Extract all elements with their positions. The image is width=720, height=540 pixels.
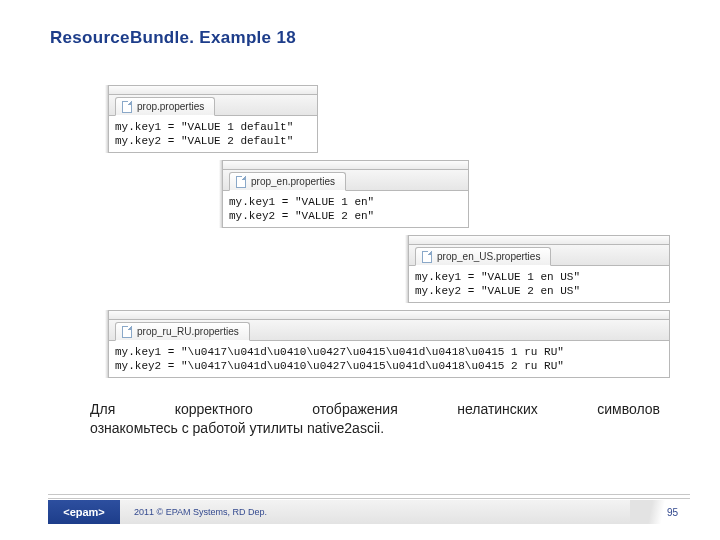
- page-number: 95: [667, 500, 678, 524]
- slide: ResourceBundle. Example 18 prop.properti…: [0, 0, 720, 540]
- file-icon: [122, 326, 132, 338]
- tab-row: prop.properties: [108, 94, 318, 116]
- file-icon: [236, 176, 246, 188]
- page-title: ResourceBundle. Example 18: [50, 28, 296, 48]
- tab-prop-en[interactable]: prop_en.properties: [229, 172, 346, 191]
- window-top-strip: [108, 85, 318, 94]
- tab-row: prop_en.properties: [222, 169, 469, 191]
- slide-note: Для корректного отображения нелатинских …: [90, 400, 660, 438]
- tab-prop-ru-ru[interactable]: prop_ru_RU.properties: [115, 322, 250, 341]
- code-line: my.key1 = "\u0417\u041d\u0410\u0427\u041…: [115, 346, 564, 358]
- code-line: my.key1 = "VALUE 1 default": [115, 121, 293, 133]
- editor-window-prop-en-us: prop_en_US.properties my.key1 = "VALUE 1…: [408, 235, 670, 303]
- tab-prop-en-us[interactable]: prop_en_US.properties: [415, 247, 551, 266]
- slide-footer: <epam> 2011 © EPAM Systems, RD Dep. 95: [0, 494, 720, 526]
- footer-rule: [48, 494, 690, 495]
- code-line: my.key1 = "VALUE 1 en US": [415, 271, 580, 283]
- editor-window-prop-ru-ru: prop_ru_RU.properties my.key1 = "\u0417\…: [108, 310, 670, 378]
- editor-window-prop: prop.properties my.key1 = "VALUE 1 defau…: [108, 85, 318, 153]
- code-line: my.key1 = "VALUE 1 en": [229, 196, 374, 208]
- epam-logo: <epam>: [48, 500, 120, 524]
- tab-label: prop_ru_RU.properties: [137, 326, 239, 337]
- footer-rule: [48, 498, 690, 499]
- note-line: Для корректного отображения нелатинских …: [90, 400, 660, 419]
- footer-bar-angle: [630, 500, 690, 524]
- code-area: my.key1 = "\u0417\u041d\u0410\u0427\u041…: [108, 341, 670, 378]
- code-area: my.key1 = "VALUE 1 en" my.key2 = "VALUE …: [222, 191, 469, 228]
- window-top-strip: [222, 160, 469, 169]
- tab-prop[interactable]: prop.properties: [115, 97, 215, 116]
- code-area: my.key1 = "VALUE 1 en US" my.key2 = "VAL…: [408, 266, 670, 303]
- editor-window-prop-en: prop_en.properties my.key1 = "VALUE 1 en…: [222, 160, 469, 228]
- code-line: my.key2 = "VALUE 2 default": [115, 135, 293, 147]
- tab-label: prop_en_US.properties: [437, 251, 540, 262]
- code-area: my.key1 = "VALUE 1 default" my.key2 = "V…: [108, 116, 318, 153]
- tab-label: prop_en.properties: [251, 176, 335, 187]
- copyright: 2011 © EPAM Systems, RD Dep.: [134, 500, 267, 524]
- tab-label: prop.properties: [137, 101, 204, 112]
- window-top-strip: [108, 310, 670, 319]
- tab-row: prop_ru_RU.properties: [108, 319, 670, 341]
- code-line: my.key2 = "\u0417\u041d\u0410\u0427\u041…: [115, 360, 564, 372]
- window-top-strip: [408, 235, 670, 244]
- file-icon: [422, 251, 432, 263]
- note-line: ознакомьтесь с работой утилиты native2as…: [90, 419, 660, 438]
- file-icon: [122, 101, 132, 113]
- tab-row: prop_en_US.properties: [408, 244, 670, 266]
- code-line: my.key2 = "VALUE 2 en US": [415, 285, 580, 297]
- code-line: my.key2 = "VALUE 2 en": [229, 210, 374, 222]
